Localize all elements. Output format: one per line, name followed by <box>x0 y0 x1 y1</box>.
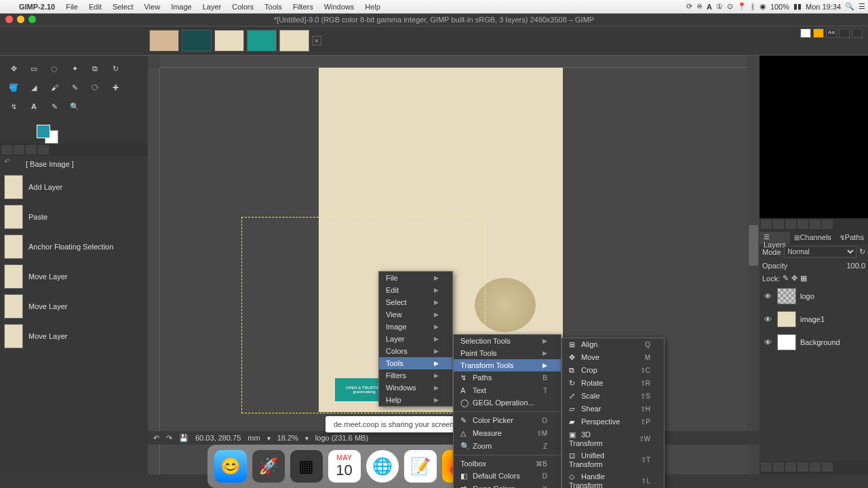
ctx-tools[interactable]: Tools▶ <box>379 357 452 369</box>
ctx-move[interactable]: ✥MoveM <box>562 351 664 364</box>
doc-tab[interactable] <box>214 30 244 52</box>
menu-icon[interactable]: ☰ <box>859 2 865 11</box>
undo-icon[interactable]: ↶ <box>153 434 159 443</box>
close-tab-button[interactable]: × <box>312 36 321 45</box>
nav-btn[interactable] <box>785 220 796 229</box>
scrollbar-thumb[interactable] <box>749 225 758 266</box>
menu-file[interactable]: File <box>60 3 83 11</box>
mode-reset[interactable]: ↻ <box>859 247 865 256</box>
status-icon[interactable]: A <box>707 3 712 11</box>
path-tool[interactable]: ↯ <box>4 98 23 115</box>
ctx-shear[interactable]: ▱Shear⇧H <box>562 403 664 415</box>
ctx-perspective[interactable]: ▰Perspective⇧P <box>562 415 664 428</box>
ctx-swap-colors[interactable]: ⇄Swap ColorsX <box>454 483 561 488</box>
pencil-tool[interactable]: ✎ <box>65 79 84 96</box>
status-icon[interactable]: ※ <box>696 2 703 11</box>
ctx-select[interactable]: Select▶ <box>379 296 452 308</box>
save-icon[interactable]: 💾 <box>179 434 189 443</box>
visibility-icon[interactable]: 👁 <box>762 292 773 300</box>
nav-btn[interactable] <box>761 220 772 229</box>
launchpad-icon[interactable]: 🚀 <box>252 450 285 483</box>
panel-toggle[interactable] <box>839 28 850 38</box>
ctx-paint-tools[interactable]: Paint Tools▶ <box>454 347 561 359</box>
redo-icon[interactable]: ↷ <box>166 434 172 443</box>
chrome-icon[interactable]: 🌐 <box>366 450 399 483</box>
navigation-preview[interactable] <box>760 56 868 218</box>
color-swatch[interactable] <box>37 125 58 144</box>
undo-item[interactable]: Anchor Floating Selection <box>0 232 148 262</box>
nav-btn[interactable] <box>822 220 833 229</box>
layer-row[interactable]: 👁 logo <box>760 285 868 308</box>
brush-tool[interactable]: 🖌 <box>45 79 64 96</box>
ruler-vertical[interactable] <box>148 68 160 474</box>
ctx-measure[interactable]: △Measure⇧M <box>454 427 561 440</box>
bluetooth-icon[interactable]: ᛒ <box>751 3 755 11</box>
nav-btn[interactable] <box>810 220 821 229</box>
undo-item[interactable]: ↶ [ Base Image ] <box>0 156 148 172</box>
panel-tab[interactable] <box>38 145 49 155</box>
layer-row[interactable]: 👁 image1 <box>760 308 868 331</box>
move-tool[interactable]: ✥ <box>4 60 23 77</box>
mode-select[interactable]: Normal <box>784 246 856 258</box>
panel-tab[interactable] <box>14 145 24 155</box>
search-icon[interactable]: 🔍 <box>845 2 854 11</box>
ctx-gegl[interactable]: ◯GEGL Operation... <box>454 396 561 409</box>
menu-layer[interactable]: Layer <box>197 3 227 11</box>
menu-windows[interactable]: Windows <box>319 3 360 11</box>
ctx-edit[interactable]: Edit▶ <box>379 284 452 296</box>
undo-item[interactable]: Move Layer <box>0 321 148 351</box>
ctx-help[interactable]: Help▶ <box>379 394 452 406</box>
ctx-align[interactable]: ⊞AlignQ <box>562 338 664 351</box>
ctx-crop[interactable]: ⧉Crop⇧C <box>562 364 664 377</box>
layers-tab[interactable]: ☰ Layers <box>760 232 790 244</box>
ctx-zoom[interactable]: 🔍ZoomZ <box>454 440 561 453</box>
window-close-button[interactable] <box>5 16 13 23</box>
ctx-3d-transform[interactable]: ▣3D Transform⇧W <box>562 428 664 449</box>
screen-share-notification[interactable]: de.meet.coop is sharing your screen <box>326 416 462 432</box>
ctx-default-colors[interactable]: ◧Default ColorsD <box>454 470 561 483</box>
ruler-horizontal[interactable] <box>160 56 747 68</box>
bucket-tool[interactable]: 🪣 <box>4 79 23 96</box>
menu-tools[interactable]: Tools <box>259 3 288 11</box>
status-icon[interactable]: ⟳ <box>686 2 692 11</box>
status-icon[interactable]: ① <box>716 2 723 11</box>
menu-image[interactable]: Image <box>165 3 197 11</box>
text-tool[interactable]: A <box>24 98 43 115</box>
app-name[interactable]: GIMP-2.10 <box>14 3 60 11</box>
color-picker-tool[interactable]: ✎ <box>45 98 64 115</box>
ctx-toolbox[interactable]: Toolbox⌘B <box>454 458 561 470</box>
undo-item[interactable]: Move Layer <box>0 291 148 321</box>
nav-btn[interactable] <box>797 220 808 229</box>
unit-select[interactable]: mm <box>248 434 260 442</box>
nav-btn[interactable] <box>773 220 784 229</box>
ctx-layer[interactable]: Layer▶ <box>379 333 452 345</box>
menu-colors[interactable]: Colors <box>226 3 259 11</box>
location-icon[interactable]: 📍 <box>737 2 747 11</box>
ctx-transform-tools[interactable]: Transform Tools▶ <box>454 359 561 371</box>
doc-tab-active[interactable] <box>279 30 309 52</box>
calendar-icon[interactable]: MAY10 <box>328 450 361 483</box>
panel-toggle[interactable]: Aa <box>826 28 837 38</box>
ctx-handle-transform[interactable]: ◇Handle Transform⇧L <box>562 470 664 488</box>
ctx-view[interactable]: View▶ <box>379 308 452 321</box>
undo-item[interactable]: Move Layer <box>0 262 148 291</box>
opacity-value[interactable]: 100.0 <box>790 262 865 270</box>
notes-icon[interactable]: 📝 <box>404 450 437 483</box>
ctx-selection-tools[interactable]: Selection Tools▶ <box>454 335 561 347</box>
context-submenu-transform[interactable]: ⊞AlignQ✥MoveM⧉Crop⇧C↻Rotate⇧R⤢Scale⇧S▱Sh… <box>561 338 665 488</box>
doc-tab[interactable] <box>247 30 277 52</box>
free-select-tool[interactable]: ◌ <box>45 60 64 77</box>
lock-alpha-icon[interactable]: ▦ <box>800 274 807 283</box>
battery[interactable]: 100% <box>770 3 789 11</box>
foreground-color[interactable] <box>37 125 50 138</box>
panel-tab[interactable] <box>1 145 12 155</box>
transform-tool[interactable]: ↻ <box>106 60 125 77</box>
ctx-color-picker[interactable]: ✎Color PickerO <box>454 414 561 427</box>
panel-tab[interactable] <box>26 145 37 155</box>
wifi-icon[interactable]: ◉ <box>760 2 766 11</box>
channels-tab[interactable]: ⊞Channels <box>790 232 835 244</box>
clock[interactable]: Mon 19:34 <box>806 3 841 11</box>
crop-tool[interactable]: ⧉ <box>85 60 104 77</box>
status-icon[interactable]: ⊙ <box>727 2 733 11</box>
menu-view[interactable]: View <box>138 3 165 11</box>
